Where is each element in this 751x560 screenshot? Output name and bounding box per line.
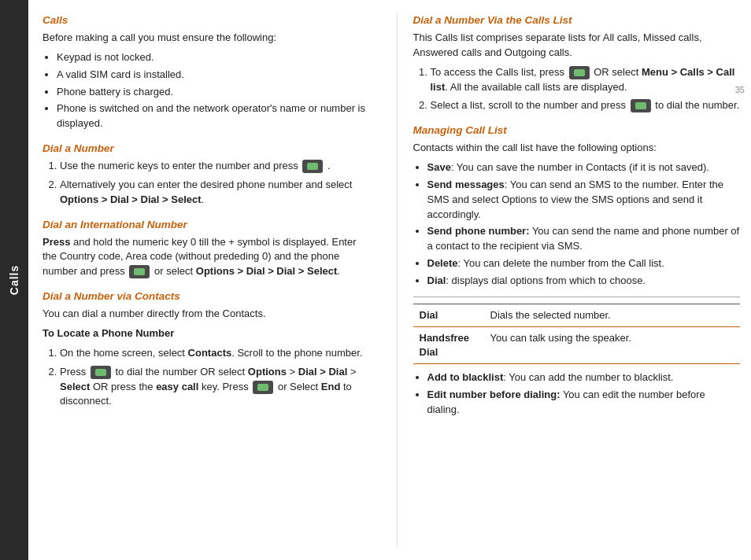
table-row: HandsfreeDial You can talk using the spe… bbox=[413, 327, 741, 364]
dial-contacts-intro: You can dial a number directly from the … bbox=[43, 307, 370, 322]
options-bold: Options > Dial > Dial > Select bbox=[196, 265, 338, 277]
page-number: 35 bbox=[735, 85, 745, 94]
after-table-bullets: Add to blacklist: You can add the number… bbox=[413, 370, 741, 418]
add-blacklist-bold: Add to blacklist bbox=[427, 371, 504, 383]
select-bold: Select bbox=[60, 381, 90, 392]
list-item: Phone is switched on and the network ope… bbox=[57, 101, 370, 131]
dial-bold: Dial > Dial bbox=[298, 366, 348, 378]
phone-button-icon bbox=[91, 366, 111, 379]
list-item: On the home screen, select Contacts. Scr… bbox=[60, 346, 370, 361]
list-item: Alternatively you can enter the desired … bbox=[60, 178, 370, 208]
list-item: Press to dial the number OR select Optio… bbox=[60, 365, 370, 410]
handsfree-bold: HandsfreeDial bbox=[420, 332, 470, 358]
dial-via-calls-intro: This Calls list comprises separate lists… bbox=[413, 31, 741, 61]
table-cell-description: You can talk using the speaker. bbox=[484, 327, 741, 364]
list-item: Send phone number: You can send the name… bbox=[427, 224, 741, 254]
list-item: Use the numeric keys to enter the number… bbox=[60, 159, 370, 174]
list-item: Edit number before dialing: You can edit… bbox=[427, 388, 741, 418]
step1-text-after: . bbox=[327, 160, 331, 171]
dial-via-calls-steps: To access the Calls list, press OR selec… bbox=[413, 65, 741, 114]
contacts-bold: Contacts bbox=[188, 347, 232, 359]
press-label: Press bbox=[43, 236, 70, 248]
list-item: Delete: You can delete the number from t… bbox=[427, 256, 741, 271]
list-item: Save: You can save the number in Contact… bbox=[427, 160, 741, 175]
dial-contacts-heading: Dial a Number via Contacts bbox=[43, 290, 370, 302]
delete-bold: Delete bbox=[427, 257, 458, 269]
list-item: Phone battery is charged. bbox=[57, 85, 370, 100]
easy-call-bold: easy call bbox=[156, 381, 198, 392]
locate-step2: Press to dial the number OR select Optio… bbox=[60, 366, 356, 407]
end-bold: End bbox=[321, 381, 341, 392]
step2-bold: Options > Dial > Dial > Select bbox=[60, 193, 202, 205]
phone-button-icon bbox=[631, 99, 651, 112]
rc-step2: Select a list, scroll to the number and … bbox=[431, 99, 740, 111]
managing-intro: Contacts within the call list have the f… bbox=[413, 141, 741, 156]
rc-step1: To access the Calls list, press OR selec… bbox=[431, 66, 735, 93]
right-column: 35 Dial a Number Via the Calls List This… bbox=[397, 14, 741, 546]
list-item: Send messages: You can send an SMS to th… bbox=[427, 178, 741, 223]
table-cell-option: HandsfreeDial bbox=[413, 327, 484, 364]
phone-button-icon bbox=[569, 66, 590, 79]
dial-via-calls-heading: Dial a Number Via the Calls List bbox=[413, 14, 741, 26]
left-column: Calls Before making a call you must ensu… bbox=[43, 14, 378, 546]
sidebar-label: Calls bbox=[8, 265, 20, 295]
dial-number-heading: Dial a Number bbox=[43, 142, 370, 154]
list-item: Add to blacklist: You can add the number… bbox=[427, 370, 741, 385]
calls-heading: Calls bbox=[43, 14, 370, 26]
list-item: Dial: displays dial options from which t… bbox=[427, 274, 741, 289]
managing-heading: Managing Call List bbox=[413, 124, 741, 136]
dial-option-bold: Dial bbox=[427, 274, 446, 286]
table-row: Dial Dials the selected number. bbox=[413, 304, 741, 326]
table-cell-option: Dial bbox=[413, 304, 484, 326]
table-cell-description: Dials the selected number. bbox=[484, 304, 741, 326]
phone-button-icon bbox=[302, 160, 323, 173]
locate-phone-heading: To Locate a Phone Number bbox=[43, 326, 370, 341]
list-item: Keypad is not locked. bbox=[57, 50, 370, 65]
divider bbox=[413, 297, 741, 297]
locate-step1: On the home screen, select Contacts. Scr… bbox=[60, 347, 362, 359]
send-phone-bold: Send phone number: bbox=[427, 225, 530, 237]
locate-steps: On the home screen, select Contacts. Scr… bbox=[43, 346, 370, 409]
dial-number-steps: Use the numeric keys to enter the number… bbox=[43, 159, 370, 208]
phone-button-icon bbox=[253, 381, 273, 394]
list-item: To access the Calls list, press OR selec… bbox=[431, 65, 741, 95]
dial-international-text: Press and hold the numeric key 0 till th… bbox=[43, 235, 370, 280]
calls-intro: Before making a call you must ensure the… bbox=[43, 31, 370, 46]
step1-text-before: Use the numeric keys to enter the number… bbox=[60, 160, 301, 171]
main-content: Calls Before making a call you must ensu… bbox=[28, 0, 751, 560]
list-item: Select a list, scroll to the number and … bbox=[431, 98, 741, 113]
sidebar: Calls bbox=[0, 0, 28, 560]
options-bold2: Options bbox=[248, 366, 287, 378]
phone-button-icon bbox=[129, 265, 150, 278]
managing-bullets: Save: You can save the number in Contact… bbox=[413, 160, 741, 289]
dial-international-heading: Dial an International Number bbox=[43, 219, 370, 230]
send-messages-bold: Send messages bbox=[427, 179, 505, 190]
list-item: A valid SIM card is installed. bbox=[57, 68, 370, 83]
dial-options-table: Dial Dials the selected number. Handsfre… bbox=[413, 304, 741, 365]
step2-text: Alternatively you can enter the desired … bbox=[60, 179, 352, 205]
calls-bullets-list: Keypad is not locked. A valid SIM card i… bbox=[43, 50, 370, 131]
edit-number-bold: Edit number before dialing: bbox=[427, 389, 560, 400]
save-bold: Save bbox=[427, 161, 451, 173]
